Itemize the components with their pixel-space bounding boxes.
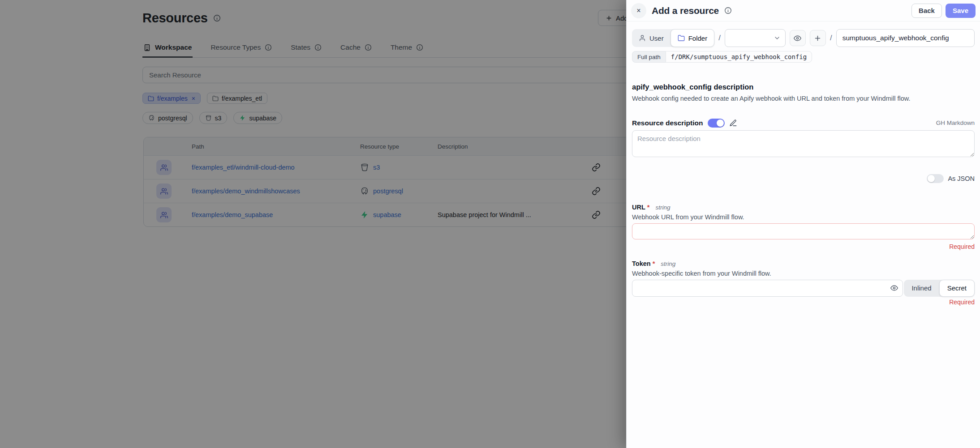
token-storage-toggle: Inlined Secret [904, 280, 975, 297]
field-token-name: Token [632, 260, 651, 267]
full-path-value: f/DRK/sumptuous_apify_webhook_config [666, 51, 812, 63]
chevron-down-icon [774, 34, 781, 42]
info-icon[interactable] [724, 7, 732, 14]
field-url-name: URL [632, 204, 645, 211]
screen: Resources Add resource Workspace Resourc… [0, 0, 980, 448]
view-folder-button[interactable] [790, 30, 806, 46]
token-input[interactable] [632, 280, 903, 297]
owner-folder-option[interactable]: Folder [671, 29, 715, 47]
required-asterisk: * [653, 260, 655, 267]
owner-user-label: User [649, 34, 664, 42]
back-button[interactable]: Back [911, 4, 942, 18]
full-path: Full path f/DRK/sumptuous_apify_webhook_… [632, 51, 812, 63]
folder-icon [678, 34, 685, 42]
owner-user-option[interactable]: User [632, 29, 671, 47]
token-row: Inlined Secret [632, 280, 975, 297]
eye-icon[interactable] [890, 284, 898, 292]
new-folder-button[interactable] [810, 30, 826, 46]
drawer-actions: Back Save [911, 4, 976, 18]
plus-icon [814, 34, 821, 42]
markdown-hint: GH Markdown [936, 119, 975, 126]
url-input[interactable] [632, 223, 975, 239]
field-url-help: Webhook URL from your Windmill flow. [632, 213, 975, 221]
field-url: URL * string Webhook URL from your Windm… [632, 204, 975, 250]
required-asterisk: * [647, 204, 650, 211]
storage-secret-option[interactable]: Secret [939, 280, 975, 297]
description-label-row: Resource description GH Markdown [632, 119, 975, 128]
save-button[interactable]: Save [946, 4, 976, 18]
owner-folder-label: Folder [688, 34, 708, 42]
schema-description: Webhook config needed to create an Apify… [632, 94, 975, 103]
drawer-header: × Add a resource Back Save [627, 0, 980, 21]
user-icon [639, 34, 646, 42]
resource-name-input[interactable] [836, 29, 975, 47]
description-label: Resource description [632, 119, 703, 127]
field-url-type: string [655, 204, 670, 211]
storage-inlined-option[interactable]: Inlined [904, 280, 939, 297]
field-token: Token * string Webhook-specific token fr… [632, 260, 975, 306]
owner-kind-toggle: User Folder [632, 29, 714, 47]
folder-select[interactable] [725, 29, 786, 47]
path-picker: User Folder / / [632, 29, 975, 47]
field-token-type: string [661, 260, 675, 267]
path-separator: / [718, 34, 721, 43]
drawer-body: User Folder / / [627, 29, 980, 306]
full-path-label: Full path [632, 51, 666, 63]
description-textarea[interactable] [632, 130, 975, 157]
close-icon[interactable]: × [631, 3, 646, 18]
as-json-row: As JSON [632, 174, 975, 183]
schema-heading: apify_webhook_config description [632, 83, 975, 91]
eye-icon [794, 34, 801, 42]
field-url-error: Required [632, 243, 975, 250]
add-resource-drawer: × Add a resource Back Save User Folder [626, 0, 980, 448]
path-separator: / [830, 34, 832, 43]
as-json-toggle[interactable] [927, 174, 944, 183]
edit-pencil-icon[interactable] [729, 119, 737, 127]
field-token-help: Webhook-specific token from your Windmil… [632, 270, 975, 277]
description-toggle[interactable] [708, 119, 725, 128]
as-json-label: As JSON [948, 175, 975, 182]
field-token-error: Required [632, 299, 975, 306]
drawer-title: Add a resource [652, 5, 719, 16]
